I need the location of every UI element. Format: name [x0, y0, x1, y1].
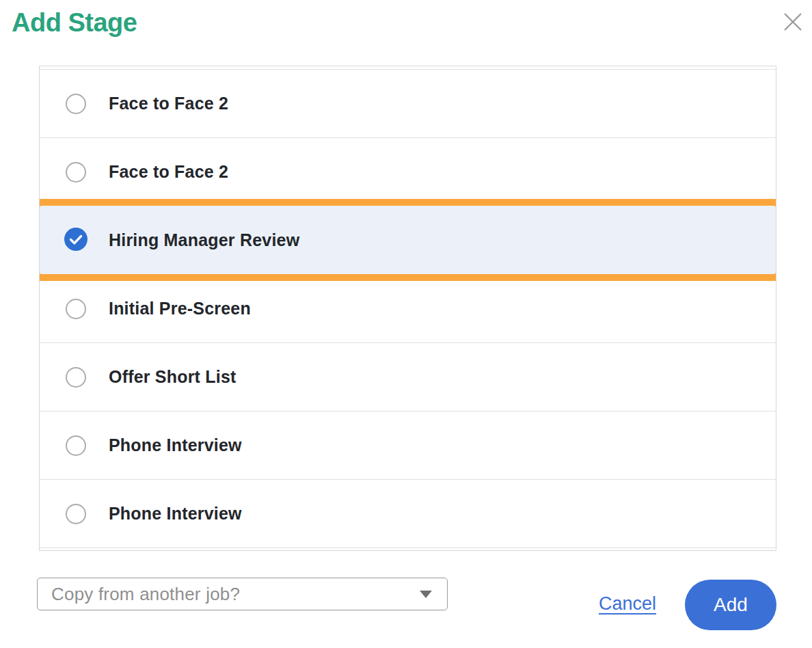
caret-down-icon — [420, 591, 432, 598]
stage-option-label: Initial Pre-Screen — [109, 299, 251, 319]
radio-unselected-icon[interactable] — [66, 94, 86, 114]
stage-option-row-4[interactable]: Offer Short List — [40, 342, 776, 411]
close-button[interactable] — [778, 7, 808, 37]
close-icon — [782, 11, 804, 33]
scroll-cut-row-bottom — [40, 548, 776, 550]
add-button[interactable]: Add — [685, 580, 776, 630]
stage-option-label: Phone Interview — [109, 435, 242, 455]
stage-list: Face to Face 2 Face to Face 2 Hiring Man… — [39, 66, 776, 551]
stage-option-label: Offer Short List — [109, 367, 236, 387]
radio-unselected-icon[interactable] — [66, 299, 86, 319]
dialog-title: Add Stage — [12, 8, 137, 38]
cancel-link[interactable]: Cancel — [599, 593, 656, 615]
stage-option-label: Hiring Manager Review — [109, 230, 299, 250]
stage-option-row-2[interactable]: Hiring Manager Review — [40, 206, 776, 274]
stage-option-label: Face to Face 2 — [109, 162, 228, 182]
stage-option-row-0[interactable]: Face to Face 2 — [40, 69, 776, 137]
copy-from-job-dropdown[interactable]: Copy from another job? — [37, 578, 448, 610]
stage-option-row-5[interactable]: Phone Interview — [40, 411, 776, 479]
radio-unselected-icon[interactable] — [66, 504, 86, 524]
radio-unselected-icon[interactable] — [66, 435, 86, 456]
stage-option-label: Phone Interview — [109, 504, 242, 524]
radio-unselected-icon[interactable] — [66, 367, 86, 388]
add-stage-dialog: Add Stage Face to Face 2 Fa — [0, 0, 812, 648]
radio-unselected-icon[interactable] — [66, 162, 86, 183]
stage-option-label: Face to Face 2 — [109, 94, 228, 113]
copy-from-job-placeholder: Copy from another job? — [51, 584, 240, 605]
stage-option-row-3[interactable]: Initial Pre-Screen — [40, 274, 776, 342]
stage-option-row-1[interactable]: Face to Face 2 — [40, 137, 776, 206]
stage-option-row-6[interactable]: Phone Interview — [40, 479, 776, 548]
check-circle-icon — [64, 228, 87, 254]
